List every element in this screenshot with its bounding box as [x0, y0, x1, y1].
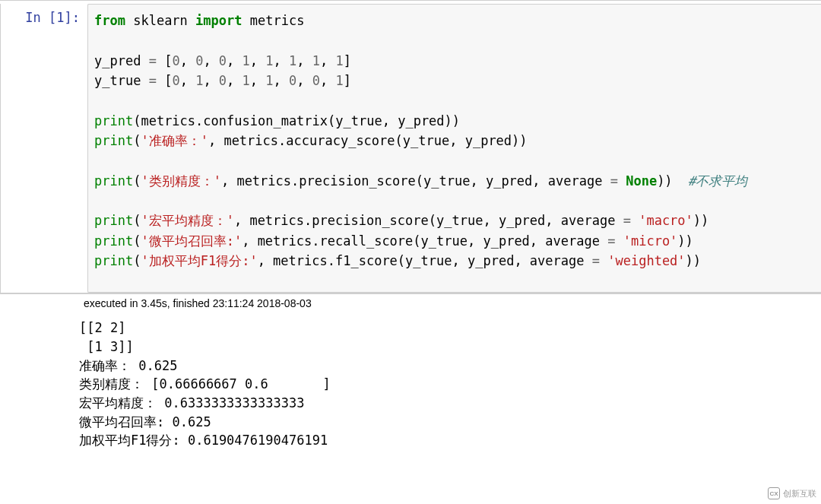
code-token: #不求平均 [688, 173, 747, 189]
code-token: None [626, 173, 657, 189]
code-token: , [180, 53, 195, 68]
stdout-text: [[2 2] [1 3]] 准确率： 0.625 类别精度： [0.666666… [79, 319, 821, 449]
code-token: 0 [289, 73, 296, 88]
code-token: 0 [219, 73, 227, 88]
code-token: print [94, 233, 133, 249]
notebook-code-cell: In [1]: from sklearn import metrics y_pr… [0, 0, 821, 293]
code-token: '微平均召回率:' [141, 233, 242, 249]
code-token: (metrics.confusion_matrix(y_true, y_pred… [133, 113, 460, 128]
code-token: , [250, 53, 265, 68]
code-token: , [203, 73, 218, 88]
code-token: ( [133, 253, 141, 268]
code-token: , [320, 53, 335, 68]
code-token: = [610, 173, 618, 189]
code-token: y_true [94, 73, 149, 88]
code-token: , metrics.accuracy_score(y_true, y_pred)… [208, 133, 528, 148]
code-token: , [274, 73, 289, 88]
code-token: 1 [195, 73, 203, 88]
code-token: '宏平均精度：' [141, 213, 233, 228]
code-token: , [320, 73, 335, 88]
code-token: ] [344, 73, 351, 88]
code-token: , [203, 53, 218, 68]
code-token: '加权平均F1得分:' [141, 253, 257, 268]
code-token: )) [657, 173, 688, 189]
code-token: 1 [289, 53, 296, 68]
code-token: ( [133, 133, 141, 148]
code-token: , [274, 53, 289, 68]
code-token: , [227, 73, 242, 88]
code-token: ( [133, 213, 141, 228]
code-token: [ [157, 53, 172, 68]
code-token: 1 [265, 73, 273, 88]
code-editor[interactable]: from sklearn import metrics y_pred = [0,… [87, 4, 821, 293]
code-token [618, 173, 626, 189]
code-token: 0 [312, 73, 320, 88]
code-token: 0 [195, 53, 203, 68]
code-token: 1 [265, 53, 273, 68]
prompt-number: [1]: [49, 10, 80, 25]
code-token: = [592, 253, 600, 268]
code-token: import [195, 13, 242, 28]
code-token: print [94, 133, 133, 148]
code-token: ] [344, 53, 351, 68]
code-token: '类别精度：' [141, 173, 220, 189]
code-token: sklearn [125, 13, 195, 28]
code-token: from [94, 13, 125, 28]
execution-status-text: executed in 3.45s, finished 23:11:24 201… [84, 297, 312, 309]
code-token: 1 [336, 73, 344, 88]
code-token: ( [133, 173, 141, 189]
code-token: 1 [242, 73, 250, 88]
prompt-in-label: In [25, 10, 40, 25]
code-token: 'weighted' [607, 253, 685, 268]
code-token: , metrics.recall_score(y_true, y_pred, a… [242, 233, 607, 249]
code-token: = [149, 73, 157, 88]
code-token: = [607, 233, 615, 249]
code-token: 'macro' [639, 213, 693, 228]
code-token: , metrics.precision_score(y_true, y_pred… [234, 213, 623, 228]
code-token [631, 213, 639, 228]
output-area: [[2 2] [1 3]] 准确率： 0.625 类别精度： [0.666666… [0, 312, 821, 449]
code-token: )) [686, 253, 701, 268]
code-token: , [227, 53, 242, 68]
code-token: 0 [219, 53, 227, 68]
code-token: print [94, 173, 133, 189]
code-token: , [296, 53, 312, 68]
code-token: , metrics.f1_score(y_true, y_pred, avera… [258, 253, 592, 268]
code-token: , [296, 73, 312, 88]
code-token: y_pred [94, 53, 149, 68]
code-token: 0 [172, 53, 179, 68]
code-token: print [94, 113, 133, 128]
code-token: = [149, 53, 157, 68]
code-token [615, 233, 623, 249]
code-token: )) [677, 233, 693, 249]
code-token: 'micro' [623, 233, 678, 249]
cell-left-border [0, 4, 5, 293]
code-token: , metrics.precision_score(y_true, y_pred… [221, 173, 610, 189]
code-token: print [94, 213, 133, 228]
input-prompt: In [1]: [5, 4, 87, 25]
code-token: , [180, 73, 195, 88]
code-token: 0 [172, 73, 179, 88]
code-token: print [94, 253, 133, 268]
code-token: = [623, 213, 631, 228]
code-token: metrics [242, 13, 305, 28]
code-token: , [250, 73, 265, 88]
code-token: 1 [312, 53, 320, 68]
code-token: ( [133, 233, 141, 249]
code-token [600, 253, 607, 268]
code-token: '准确率：' [141, 133, 208, 148]
code-token: [ [157, 73, 172, 88]
code-token: 1 [242, 53, 250, 68]
execution-status-bar: executed in 3.45s, finished 23:11:24 201… [0, 293, 821, 312]
code-token: 1 [336, 53, 344, 68]
code-token: )) [693, 213, 708, 228]
